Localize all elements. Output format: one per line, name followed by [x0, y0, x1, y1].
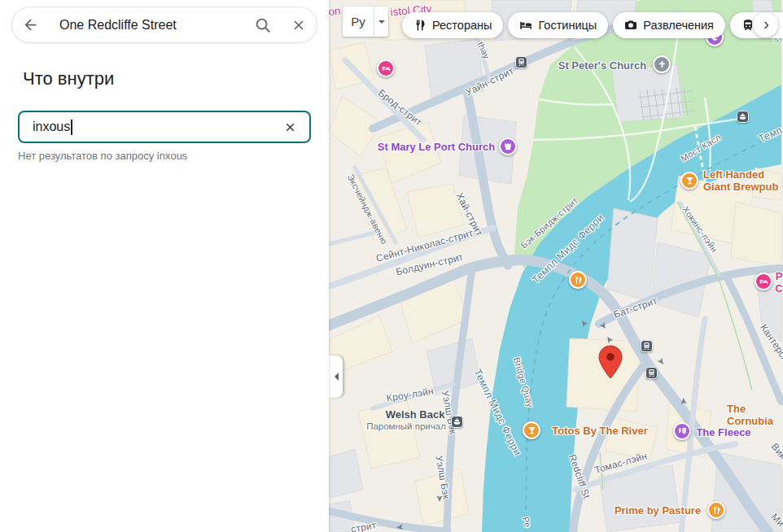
- train-stop-pin[interactable]: [515, 56, 527, 68]
- boat-stop-pin[interactable]: [737, 111, 749, 123]
- theater-pin[interactable]: [673, 422, 691, 440]
- fork-knife-pin[interactable]: [569, 271, 587, 289]
- chevron-down-icon[interactable]: [374, 7, 388, 37]
- train-icon: [642, 342, 651, 351]
- collapse-panel-button[interactable]: [329, 355, 343, 398]
- cocktail-pin[interactable]: [523, 421, 540, 439]
- category-chip-1[interactable]: Рестораны: [402, 12, 503, 38]
- cocktail-icon: [685, 177, 694, 185]
- clear-inner-search-button[interactable]: [277, 114, 303, 140]
- map-base-tiles: [329, 0, 783, 532]
- search-input[interactable]: [48, 18, 245, 33]
- cross-pin[interactable]: [653, 55, 671, 73]
- main-search-bar: [11, 7, 317, 43]
- train-stop-pin[interactable]: [645, 367, 658, 379]
- boat-icon: [738, 112, 747, 121]
- category-chips-bar: РестораныГостиницыРазвлеченияОб: [402, 12, 783, 38]
- whats-inside-query: inxous: [33, 120, 70, 134]
- input-method-selector[interactable]: Ру: [343, 7, 388, 37]
- more-categories-button[interactable]: ›: [753, 12, 778, 37]
- no-results-message: Нет результатов по запросу inxous: [18, 150, 187, 162]
- cocktail-icon: [527, 426, 536, 435]
- castle-icon: [504, 142, 513, 151]
- fork-knife-icon: [574, 276, 583, 285]
- bed-icon: [382, 64, 391, 73]
- boat-stop-pin[interactable]: [451, 416, 463, 428]
- category-chip-3[interactable]: Развлечения: [613, 12, 725, 38]
- clear-search-button[interactable]: [281, 7, 317, 43]
- destination-marker[interactable]: [598, 345, 623, 382]
- category-chip-2[interactable]: Гостиницы: [508, 12, 608, 38]
- close-icon: [291, 17, 307, 33]
- chevron-right-icon: ›: [763, 15, 769, 33]
- back-button[interactable]: [12, 7, 48, 43]
- marker-icon: [598, 345, 623, 379]
- cocktail-pin[interactable]: [680, 172, 698, 190]
- search-icon: [254, 16, 272, 34]
- google-maps-app: Что внутри inxous Нет результатов по зап…: [0, 0, 783, 532]
- castle-pin[interactable]: [499, 137, 517, 155]
- restaurant-icon: [413, 19, 426, 32]
- fork-knife-icon: [712, 506, 721, 515]
- search-results-panel: Что внутри inxous Нет результатов по зап…: [0, 0, 329, 532]
- fork-knife-pin[interactable]: [707, 501, 725, 519]
- search-button[interactable]: [245, 7, 281, 43]
- train-icon: [517, 58, 526, 67]
- camera-icon: [624, 19, 637, 32]
- map-canvas[interactable]: onistol CityПарsкаяthayУайн-стритБрод-ст…: [329, 0, 783, 532]
- train-stop-pin[interactable]: [641, 340, 653, 352]
- page-title: Что внутри: [23, 68, 114, 89]
- text-cursor: [71, 120, 72, 135]
- train-icon: [647, 368, 656, 377]
- arrow-left-icon: [22, 16, 39, 33]
- boat-icon: [453, 417, 461, 426]
- whats-inside-search-field[interactable]: inxous: [18, 111, 311, 143]
- theater-icon: [678, 427, 687, 436]
- bed-pin[interactable]: [755, 273, 772, 290]
- cross-icon: [658, 60, 667, 69]
- close-icon: [283, 120, 297, 134]
- hotel-icon: [519, 19, 532, 32]
- input-method-label: Ру: [343, 7, 374, 37]
- bed-pin[interactable]: [377, 59, 395, 77]
- bed-icon: [759, 277, 768, 286]
